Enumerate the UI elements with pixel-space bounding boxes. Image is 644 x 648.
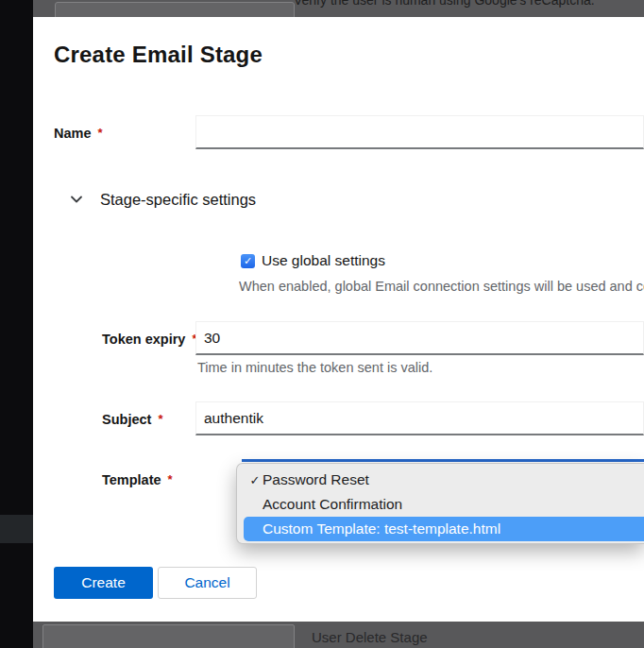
background-table-card bbox=[55, 2, 295, 17]
cancel-button[interactable]: Cancel bbox=[158, 567, 257, 599]
template-label: Template* bbox=[102, 472, 173, 487]
page-title: Create Email Stage bbox=[54, 42, 263, 68]
chevron-down-icon bbox=[69, 192, 84, 207]
section-toggle-stage-specific[interactable]: Stage-specific settings bbox=[69, 187, 256, 212]
create-email-stage-modal: Create Email Stage Name* Stage-specific … bbox=[33, 17, 644, 622]
section-title: Stage-specific settings bbox=[100, 191, 256, 209]
dropdown-option-password-reset[interactable]: ✓ Password Reset bbox=[237, 468, 644, 492]
token-expiry-help: Time in minutes the token sent is valid. bbox=[197, 360, 432, 375]
backdrop-top: Verify the user is human using Google's … bbox=[33, 0, 644, 17]
subject-label-text: Subject bbox=[102, 412, 151, 427]
use-global-settings-checkbox[interactable]: ✓ bbox=[241, 254, 255, 268]
template-dropdown-popup: ✓ Password Reset Account Confirmation Cu… bbox=[236, 463, 644, 544]
background-text-user-delete-stage: User Delete Stage bbox=[312, 629, 428, 645]
subject-label: Subject* bbox=[102, 412, 162, 427]
token-expiry-input[interactable] bbox=[195, 321, 644, 355]
required-asterisk: * bbox=[98, 126, 103, 140]
create-button[interactable]: Create bbox=[54, 567, 153, 599]
subject-input[interactable] bbox=[195, 401, 644, 435]
checkmark-icon: ✓ bbox=[247, 473, 263, 487]
sidebar-active-item bbox=[0, 515, 33, 543]
background-table-card bbox=[42, 624, 295, 648]
backdrop-bottom: User Delete Stage bbox=[33, 622, 644, 648]
name-label: Name* bbox=[54, 126, 103, 141]
template-select[interactable] bbox=[242, 459, 644, 462]
required-asterisk: * bbox=[168, 472, 173, 486]
token-expiry-label-text: Token expiry bbox=[102, 332, 185, 347]
app-sidebar bbox=[0, 0, 33, 648]
use-global-settings-label[interactable]: Use global settings bbox=[262, 252, 385, 269]
dropdown-option-custom-template[interactable]: Custom Template: test-template.html bbox=[244, 517, 644, 541]
background-text-recaptcha: Verify the user is human using Google's … bbox=[294, 0, 595, 8]
name-label-text: Name bbox=[54, 126, 92, 141]
use-global-settings-row: ✓ Use global settings bbox=[241, 252, 385, 269]
name-input[interactable] bbox=[195, 115, 644, 149]
template-label-text: Template bbox=[102, 472, 161, 487]
token-expiry-label: Token expiry* bbox=[102, 332, 196, 347]
use-global-settings-help: When enabled, global Email connection se… bbox=[239, 279, 644, 294]
required-asterisk: * bbox=[158, 412, 162, 426]
dropdown-option-account-confirmation[interactable]: Account Confirmation bbox=[237, 492, 644, 517]
checkbox-check-icon: ✓ bbox=[244, 255, 252, 266]
